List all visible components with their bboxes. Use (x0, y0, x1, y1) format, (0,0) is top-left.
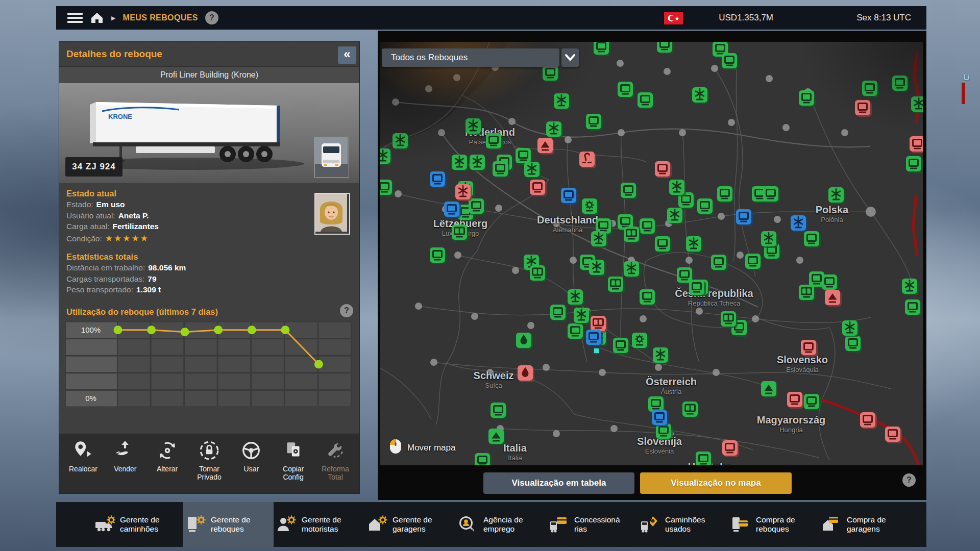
trailer-marker-box[interactable] (657, 42, 672, 53)
trailer-marker-reefer[interactable] (791, 215, 806, 231)
trailer-marker-reefer[interactable] (591, 231, 606, 246)
trailer-marker-box[interactable] (722, 440, 738, 456)
home-icon[interactable] (90, 11, 104, 24)
trailer-marker-box[interactable] (380, 180, 392, 195)
collapse-panel-button[interactable]: « (338, 46, 356, 64)
trailer-marker-reefer[interactable] (761, 231, 776, 246)
trailer-marker-box[interactable] (621, 183, 636, 198)
trailer-marker-box[interactable] (711, 255, 726, 270)
trailer-marker-box[interactable] (736, 209, 751, 224)
trailer-marker-box[interactable] (855, 100, 870, 115)
trailer-marker-box[interactable] (568, 323, 583, 339)
trailer-marker-reefer[interactable] (465, 118, 481, 134)
trailer-marker-box[interactable] (689, 280, 704, 295)
trailer-marker-double[interactable] (682, 402, 698, 417)
trailer-marker-box[interactable] (491, 403, 506, 418)
trailer-marker-hook[interactable] (579, 152, 595, 167)
trailer-marker-box[interactable] (717, 186, 732, 202)
trailer-marker-reefer[interactable] (568, 289, 583, 305)
trailer-marker-flat[interactable] (761, 381, 776, 396)
trailer-marker-reefer[interactable] (686, 236, 701, 252)
trailer-marker-double[interactable] (452, 224, 467, 240)
trailer-marker-box[interactable] (586, 114, 601, 129)
chevron-down-icon[interactable] (561, 48, 579, 67)
trailer-marker-box[interactable] (910, 136, 923, 152)
trailer-marker-box[interactable] (430, 171, 445, 187)
trailer-marker-reefer[interactable] (393, 133, 408, 148)
trailer-marker-box[interactable] (516, 148, 531, 163)
driver-avatar[interactable] (314, 193, 350, 235)
trailer-marker-box[interactable] (860, 412, 875, 428)
trailer-marker-box[interactable] (697, 198, 713, 214)
trailer-marker-reefer[interactable] (554, 93, 569, 109)
trailer-marker-double[interactable] (799, 285, 814, 300)
trailer-marker-box[interactable] (638, 92, 653, 108)
trailer-marker-reefer[interactable] (574, 308, 589, 323)
trailer-marker-box[interactable] (905, 299, 920, 315)
action-sell-button[interactable]: Vender (104, 439, 146, 493)
nav-agency[interactable]: Agência de emprego (455, 502, 546, 547)
trailer-marker-box[interactable] (656, 423, 671, 439)
trailer-marker-box[interactable] (486, 133, 501, 148)
trailer-marker-box[interactable] (594, 42, 609, 55)
nav-trailer-gear[interactable]: Gerente de reboques (183, 502, 274, 547)
trailer-marker-gear[interactable] (632, 333, 647, 348)
trailer-marker-reefer[interactable] (546, 121, 561, 137)
help-icon[interactable]: ? (205, 11, 218, 24)
trailer-marker-box[interactable] (652, 410, 667, 425)
table-view-button[interactable]: Visualização em tabela (483, 472, 634, 494)
nav-dealer-card[interactable]: Concessioná rias (546, 502, 637, 547)
trailer-marker-double[interactable] (624, 227, 639, 242)
trailer-marker-box[interactable] (586, 330, 601, 345)
trailer-marker-box[interactable] (845, 336, 861, 351)
trailer-marker-reefer[interactable] (667, 208, 682, 223)
trailer-marker-reefer[interactable] (692, 87, 707, 103)
trailer-marker-box[interactable] (804, 231, 819, 246)
trailer-marker-box[interactable] (444, 202, 459, 217)
nav-garage-card[interactable]: Compra de garagens (819, 502, 910, 547)
trailer-marker-box[interactable] (862, 81, 877, 96)
trailer-marker-box[interactable] (763, 186, 778, 202)
nav-used-shield[interactable]: Caminhões usados (637, 502, 728, 547)
trailer-marker-gear[interactable] (582, 198, 597, 214)
trailer-marker-box[interactable] (613, 338, 628, 353)
action-use-button[interactable]: Usar (230, 439, 272, 493)
trailer-marker-box[interactable] (787, 392, 802, 407)
trailer-marker-box[interactable] (745, 254, 761, 269)
trailer-marker-box[interactable] (550, 305, 566, 320)
trailer-marker-reefer[interactable] (624, 261, 639, 277)
action-lock-button[interactable]: Tornar Privado (188, 439, 230, 493)
trailer-marker-box[interactable] (469, 198, 484, 214)
trailer-marker-box[interactable] (543, 65, 558, 81)
trailer-marker-box[interactable] (801, 340, 816, 355)
trailer-filter-dropdown[interactable]: Todos os Reboques (382, 48, 559, 67)
trailer-marker-box[interactable] (655, 161, 670, 177)
trailer-marker-box[interactable] (892, 76, 908, 91)
trailer-marker-box[interactable] (799, 90, 814, 106)
trailer-marker-box[interactable] (561, 188, 576, 203)
trailer-marker-reefer[interactable] (669, 180, 684, 195)
trailer-marker-reefer[interactable] (902, 279, 917, 294)
trailer-marker-box[interactable] (430, 247, 445, 263)
menu-icon[interactable] (67, 13, 83, 23)
trailer-marker-reefer[interactable] (380, 148, 390, 164)
trailer-marker-flat[interactable] (825, 290, 840, 305)
truck-thumbnail[interactable] (314, 137, 349, 178)
trailer-marker-reefer[interactable] (452, 155, 467, 170)
trailer-marker-double[interactable] (721, 311, 736, 327)
nav-driver-gear[interactable]: Gerente de motoristas (274, 502, 364, 547)
trailer-marker-box[interactable] (885, 427, 900, 442)
trailer-marker-reefer[interactable] (653, 347, 668, 363)
trailer-marker-box[interactable] (493, 161, 508, 177)
trailer-marker-box[interactable] (696, 452, 711, 465)
nav-garage-gear[interactable]: Gerente de garagens (364, 502, 455, 547)
europe-map[interactable]: NederlandPaíses BaixosLëtzebuergLuxembur… (380, 42, 923, 465)
trailer-marker-double[interactable] (591, 316, 606, 331)
trailer-marker-reefer[interactable] (470, 155, 485, 170)
trailer-marker-tank[interactable] (516, 333, 531, 348)
trailer-marker-reefer[interactable] (589, 260, 604, 275)
trailer-marker-box[interactable] (618, 82, 633, 97)
trailer-marker-double[interactable] (608, 277, 623, 292)
trailer-marker-box[interactable] (640, 289, 655, 305)
trailer-marker-tank[interactable] (518, 365, 533, 381)
